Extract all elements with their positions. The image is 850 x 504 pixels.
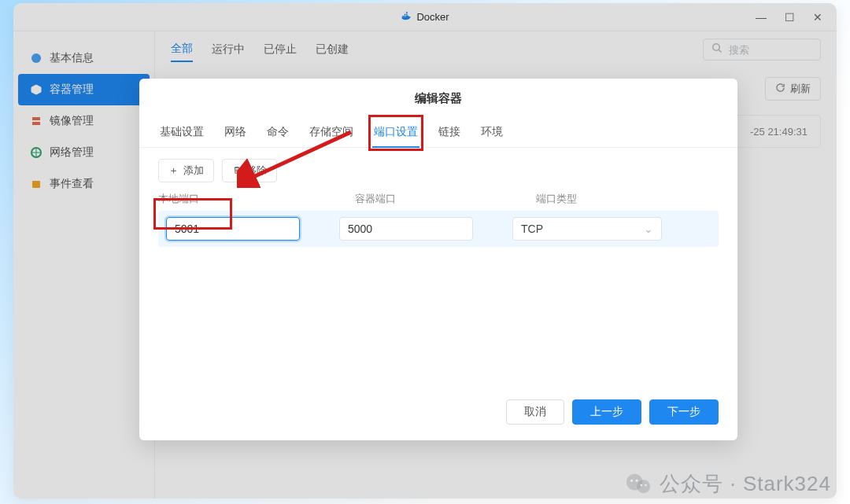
modal-tab-network[interactable]: 网络: [223, 119, 248, 147]
plus-icon: ＋: [168, 164, 179, 178]
svg-point-11: [636, 479, 638, 481]
wechat-icon: [625, 471, 652, 498]
col-container-port: 容器端口: [355, 192, 536, 206]
modal-footer: 取消 上一步 下一步: [139, 387, 737, 440]
modal-tab-basic[interactable]: 基础设置: [158, 119, 205, 147]
modal-tab-links[interactable]: 链接: [437, 119, 462, 147]
modal-body: ＋ 添加 移除 本地端口 容器端口 端口类型 TCP ⌄: [139, 148, 737, 387]
trash-icon: [232, 165, 242, 177]
watermark-text: 公众号 · Stark324: [660, 470, 831, 498]
modal-tab-ports[interactable]: 端口设置: [372, 119, 419, 147]
port-columns: 本地端口 容器端口 端口类型: [158, 192, 719, 206]
cancel-button[interactable]: 取消: [506, 399, 564, 425]
prev-step-button[interactable]: 上一步: [572, 399, 641, 425]
remove-port-button[interactable]: 移除: [222, 159, 277, 182]
modal-tab-command[interactable]: 命令: [265, 119, 290, 147]
port-row[interactable]: TCP ⌄: [158, 211, 719, 247]
col-port-type: 端口类型: [536, 192, 719, 206]
modal-tab-storage[interactable]: 存储空间: [308, 119, 355, 147]
chevron-down-icon: ⌄: [644, 223, 653, 235]
local-port-input[interactable]: [166, 217, 300, 241]
next-step-button[interactable]: 下一步: [649, 399, 719, 425]
col-local-port: 本地端口: [158, 192, 355, 206]
svg-point-12: [641, 484, 642, 485]
modal-title: 编辑容器: [139, 79, 737, 109]
svg-point-10: [630, 479, 633, 481]
add-label: 添加: [183, 164, 204, 178]
port-type-select[interactable]: TCP ⌄: [512, 217, 662, 241]
svg-point-9: [637, 480, 650, 493]
modal-tab-env[interactable]: 环境: [479, 119, 504, 147]
svg-point-13: [645, 484, 646, 485]
watermark: 公众号 · Stark324: [625, 470, 831, 498]
app-window: Docker — ☐ ✕ 基本信息 容器管理 镜像管理 网络管理: [13, 3, 837, 498]
container-port-input[interactable]: [339, 217, 473, 241]
remove-label: 移除: [246, 164, 267, 178]
edit-container-modal: 编辑容器 基础设置 网络 命令 存储空间 端口设置 链接 环境 ＋ 添加 移除: [139, 79, 737, 440]
modal-tabs: 基础设置 网络 命令 存储空间 端口设置 链接 环境: [139, 112, 737, 148]
port-type-value: TCP: [521, 223, 543, 235]
add-port-button[interactable]: ＋ 添加: [158, 159, 214, 182]
